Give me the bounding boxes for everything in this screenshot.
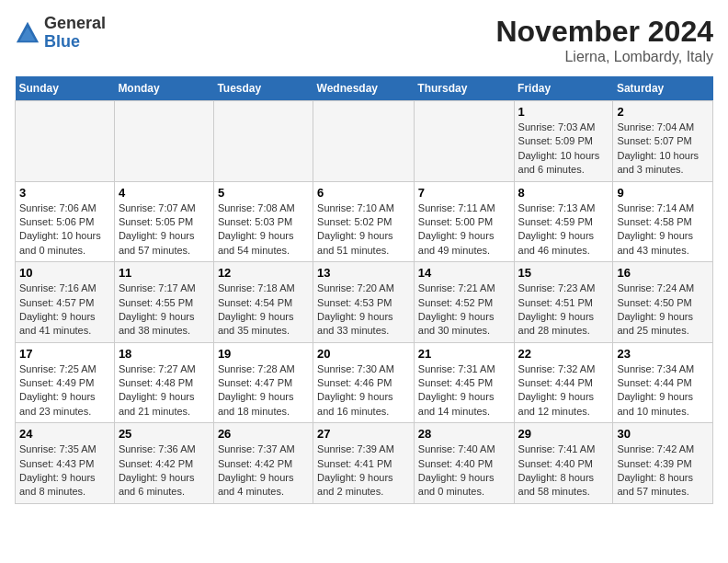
calendar-cell: 7Sunrise: 7:11 AM Sunset: 5:00 PM Daylig… <box>414 181 514 262</box>
logo: General Blue <box>15 15 106 52</box>
calendar-cell: 4Sunrise: 7:07 AM Sunset: 5:05 PM Daylig… <box>114 181 213 262</box>
weekday-header: Wednesday <box>313 76 415 101</box>
weekday-header: Sunday <box>16 76 115 101</box>
day-number: 23 <box>617 347 709 361</box>
calendar-week-row: 3Sunrise: 7:06 AM Sunset: 5:06 PM Daylig… <box>16 181 713 262</box>
day-number: 27 <box>317 427 410 441</box>
day-number: 1 <box>518 105 609 119</box>
calendar-cell: 17Sunrise: 7:25 AM Sunset: 4:49 PM Dayli… <box>16 342 115 423</box>
calendar-cell: 20Sunrise: 7:30 AM Sunset: 4:46 PM Dayli… <box>313 342 415 423</box>
calendar-cell: 18Sunrise: 7:27 AM Sunset: 4:48 PM Dayli… <box>114 342 213 423</box>
day-info: Sunrise: 7:04 AM Sunset: 5:07 PM Dayligh… <box>617 121 709 178</box>
day-info: Sunrise: 7:39 AM Sunset: 4:41 PM Dayligh… <box>317 442 410 500</box>
day-info: Sunrise: 7:36 AM Sunset: 4:42 PM Dayligh… <box>119 442 210 500</box>
calendar-cell <box>114 101 213 182</box>
day-info: Sunrise: 7:40 AM Sunset: 4:40 PM Dayligh… <box>418 442 510 500</box>
day-number: 11 <box>119 266 210 280</box>
day-info: Sunrise: 7:37 AM Sunset: 4:42 PM Dayligh… <box>218 442 309 500</box>
calendar-cell: 15Sunrise: 7:23 AM Sunset: 4:51 PM Dayli… <box>514 262 613 343</box>
logo-blue: Blue <box>44 33 106 52</box>
day-info: Sunrise: 7:10 AM Sunset: 5:02 PM Dayligh… <box>317 201 410 259</box>
weekday-header: Monday <box>114 76 213 101</box>
calendar-week-row: 10Sunrise: 7:16 AM Sunset: 4:57 PM Dayli… <box>16 262 713 343</box>
day-number: 2 <box>617 105 709 119</box>
calendar-week-row: 24Sunrise: 7:35 AM Sunset: 4:43 PM Dayli… <box>16 423 713 504</box>
day-info: Sunrise: 7:08 AM Sunset: 5:03 PM Dayligh… <box>218 201 309 259</box>
day-number: 17 <box>19 347 110 361</box>
calendar-cell <box>213 101 313 182</box>
logo-icon <box>15 20 40 46</box>
day-number: 19 <box>218 347 309 361</box>
calendar-cell <box>313 101 415 182</box>
day-info: Sunrise: 7:31 AM Sunset: 4:45 PM Dayligh… <box>418 362 510 419</box>
day-number: 25 <box>119 427 210 441</box>
page-header: General Blue November 2024 Lierna, Lomba… <box>15 15 713 65</box>
calendar-cell: 28Sunrise: 7:40 AM Sunset: 4:40 PM Dayli… <box>414 423 514 504</box>
day-number: 28 <box>418 427 510 441</box>
day-info: Sunrise: 7:11 AM Sunset: 5:00 PM Dayligh… <box>418 201 510 259</box>
day-number: 21 <box>418 347 510 361</box>
calendar-cell <box>414 101 514 182</box>
day-number: 9 <box>617 186 709 200</box>
calendar-cell: 23Sunrise: 7:34 AM Sunset: 4:44 PM Dayli… <box>613 342 713 423</box>
day-number: 7 <box>418 186 510 200</box>
day-number: 22 <box>518 347 609 361</box>
day-number: 12 <box>218 266 309 280</box>
calendar-cell: 29Sunrise: 7:41 AM Sunset: 4:40 PM Dayli… <box>514 423 613 504</box>
calendar-cell: 21Sunrise: 7:31 AM Sunset: 4:45 PM Dayli… <box>414 342 514 423</box>
day-info: Sunrise: 7:14 AM Sunset: 4:58 PM Dayligh… <box>617 201 709 259</box>
title-block: November 2024 Lierna, Lombardy, Italy <box>495 15 713 65</box>
calendar-week-row: 1Sunrise: 7:03 AM Sunset: 5:09 PM Daylig… <box>16 101 713 182</box>
day-number: 5 <box>218 186 309 200</box>
day-info: Sunrise: 7:30 AM Sunset: 4:46 PM Dayligh… <box>317 362 410 419</box>
day-info: Sunrise: 7:06 AM Sunset: 5:06 PM Dayligh… <box>19 201 110 259</box>
weekday-header: Saturday <box>613 76 713 101</box>
day-info: Sunrise: 7:18 AM Sunset: 4:54 PM Dayligh… <box>218 282 309 339</box>
calendar-cell: 5Sunrise: 7:08 AM Sunset: 5:03 PM Daylig… <box>213 181 313 262</box>
weekday-header: Thursday <box>414 76 514 101</box>
day-info: Sunrise: 7:16 AM Sunset: 4:57 PM Dayligh… <box>19 282 110 339</box>
calendar-cell: 26Sunrise: 7:37 AM Sunset: 4:42 PM Dayli… <box>213 423 313 504</box>
logo-general: General <box>44 15 106 33</box>
day-info: Sunrise: 7:21 AM Sunset: 4:52 PM Dayligh… <box>418 282 510 339</box>
day-info: Sunrise: 7:17 AM Sunset: 4:55 PM Dayligh… <box>119 282 210 339</box>
day-number: 24 <box>19 427 110 441</box>
day-number: 30 <box>617 427 709 441</box>
calendar-cell: 30Sunrise: 7:42 AM Sunset: 4:39 PM Dayli… <box>613 423 713 504</box>
calendar-cell: 19Sunrise: 7:28 AM Sunset: 4:47 PM Dayli… <box>213 342 313 423</box>
calendar-cell: 25Sunrise: 7:36 AM Sunset: 4:42 PM Dayli… <box>114 423 213 504</box>
day-number: 16 <box>617 266 709 280</box>
weekday-header-row: SundayMondayTuesdayWednesdayThursdayFrid… <box>16 76 713 101</box>
weekday-header: Friday <box>514 76 613 101</box>
calendar-cell: 13Sunrise: 7:20 AM Sunset: 4:53 PM Dayli… <box>313 262 415 343</box>
calendar-cell: 11Sunrise: 7:17 AM Sunset: 4:55 PM Dayli… <box>114 262 213 343</box>
calendar-cell: 9Sunrise: 7:14 AM Sunset: 4:58 PM Daylig… <box>613 181 713 262</box>
day-info: Sunrise: 7:24 AM Sunset: 4:50 PM Dayligh… <box>617 282 709 339</box>
weekday-header: Tuesday <box>213 76 313 101</box>
calendar-cell: 16Sunrise: 7:24 AM Sunset: 4:50 PM Dayli… <box>613 262 713 343</box>
day-info: Sunrise: 7:03 AM Sunset: 5:09 PM Dayligh… <box>518 121 609 178</box>
day-info: Sunrise: 7:28 AM Sunset: 4:47 PM Dayligh… <box>218 362 309 419</box>
calendar-cell: 6Sunrise: 7:10 AM Sunset: 5:02 PM Daylig… <box>313 181 415 262</box>
day-number: 20 <box>317 347 410 361</box>
page-subtitle: Lierna, Lombardy, Italy <box>495 49 713 65</box>
day-info: Sunrise: 7:23 AM Sunset: 4:51 PM Dayligh… <box>518 282 609 339</box>
day-number: 3 <box>19 186 110 200</box>
day-number: 26 <box>218 427 309 441</box>
calendar-cell: 10Sunrise: 7:16 AM Sunset: 4:57 PM Dayli… <box>16 262 115 343</box>
calendar-cell: 24Sunrise: 7:35 AM Sunset: 4:43 PM Dayli… <box>16 423 115 504</box>
calendar-week-row: 17Sunrise: 7:25 AM Sunset: 4:49 PM Dayli… <box>16 342 713 423</box>
logo-text: General Blue <box>44 15 106 52</box>
day-number: 6 <box>317 186 410 200</box>
day-info: Sunrise: 7:07 AM Sunset: 5:05 PM Dayligh… <box>119 201 210 259</box>
day-info: Sunrise: 7:35 AM Sunset: 4:43 PM Dayligh… <box>19 442 110 500</box>
calendar-cell: 27Sunrise: 7:39 AM Sunset: 4:41 PM Dayli… <box>313 423 415 504</box>
day-number: 4 <box>119 186 210 200</box>
calendar-cell <box>16 101 115 182</box>
day-number: 18 <box>119 347 210 361</box>
day-number: 13 <box>317 266 410 280</box>
calendar-cell: 12Sunrise: 7:18 AM Sunset: 4:54 PM Dayli… <box>213 262 313 343</box>
day-info: Sunrise: 7:25 AM Sunset: 4:49 PM Dayligh… <box>19 362 110 419</box>
day-number: 29 <box>518 427 609 441</box>
day-number: 10 <box>19 266 110 280</box>
